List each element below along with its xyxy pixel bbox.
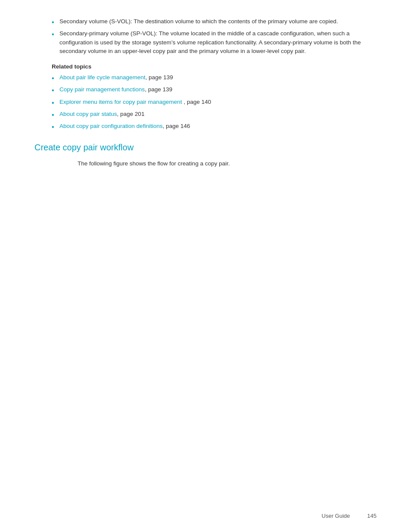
list-item: Secondary volume (S-VOL): The destinatio… (52, 17, 377, 26)
list-item-text: Secondary-primary volume (SP-VOL): The v… (59, 30, 361, 54)
page-footer: User Guide 145 (322, 513, 377, 519)
related-topic-suffix-1: , page 139 (146, 74, 173, 81)
related-topic-suffix-2: , page 139 (145, 86, 172, 93)
related-topic-suffix-4: , page 201 (117, 111, 145, 117)
list-item: About pair life cycle management, page 1… (52, 73, 377, 82)
section-heading: Create copy pair workflow (34, 143, 377, 152)
footer-page: 145 (367, 513, 377, 519)
related-topics-heading: Related topics (52, 63, 377, 70)
list-item: About copy pair configuration definition… (52, 122, 377, 131)
footer-label: User Guide (322, 513, 350, 519)
related-topic-suffix-5: , page 146 (162, 123, 190, 129)
related-topics-list: About pair life cycle management, page 1… (52, 73, 377, 131)
top-bullet-list: Secondary volume (S-VOL): The destinatio… (52, 17, 377, 56)
list-item-text: Secondary volume (S-VOL): The destinatio… (59, 18, 338, 25)
related-topic-link-5[interactable]: About copy pair configuration definition… (59, 123, 162, 129)
related-topic-link-2[interactable]: Copy pair management functions (59, 86, 145, 93)
page-container: Secondary volume (S-VOL): The destinatio… (0, 0, 411, 532)
section-body-text: The following figure shows the flow for … (78, 159, 377, 168)
related-topic-link-4[interactable]: About copy pair status (59, 111, 117, 117)
list-item: Copy pair management functions, page 139 (52, 85, 377, 94)
list-item: Explorer menu items for copy pair manage… (52, 98, 377, 106)
list-item: Secondary-primary volume (SP-VOL): The v… (52, 29, 377, 56)
list-item: About copy pair status, page 201 (52, 110, 377, 118)
related-topic-suffix-3: , page 140 (182, 99, 211, 105)
related-topic-link-3[interactable]: Explorer menu items for copy pair manage… (59, 99, 182, 105)
related-topic-link-1[interactable]: About pair life cycle management (59, 74, 146, 81)
